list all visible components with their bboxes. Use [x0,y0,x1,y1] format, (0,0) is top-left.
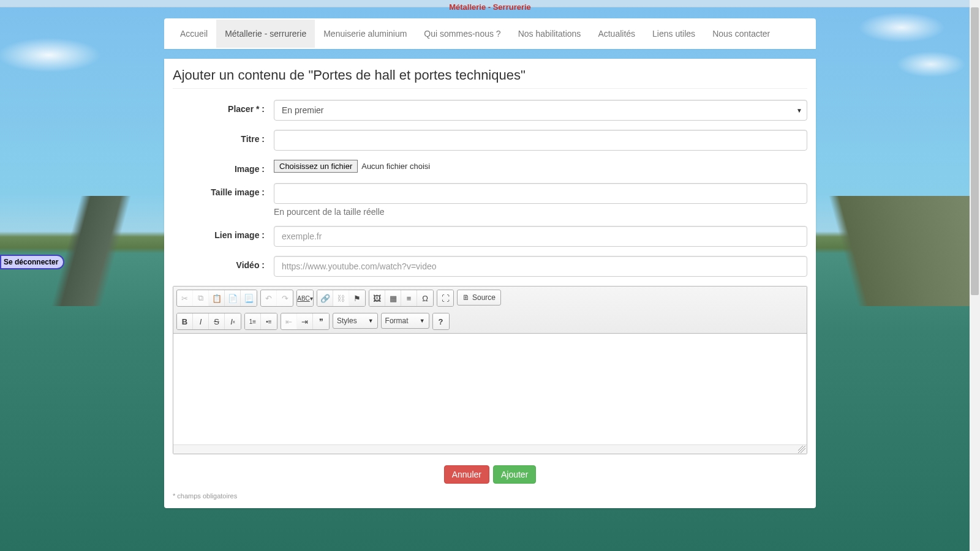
editor-content-area[interactable] [173,334,807,445]
specialchar-icon[interactable]: Ω [417,290,433,306]
copy-icon: ⧉ [193,290,209,306]
image-label: Image : [173,160,274,174]
bullet-list-icon[interactable]: •≡ [261,313,277,329]
nav-metallerie[interactable]: Métallerie - serrurerie [216,20,315,48]
submit-button[interactable]: Ajouter [493,465,536,484]
placer-label: Placer * : [173,100,274,114]
remove-format-icon[interactable]: Ix [225,313,241,329]
editor-statusbar [173,445,807,454]
nav-accueil[interactable]: Accueil [172,20,216,48]
titre-label: Titre : [173,130,274,144]
help-icon[interactable]: ? [433,313,449,329]
source-doc-icon: 🗎 [462,293,470,302]
nav-liens-utiles[interactable]: Liens utiles [644,20,704,48]
nav-actualites[interactable]: Actualités [589,20,644,48]
main-nav: Accueil Métallerie - serrurerie Menuiser… [164,18,816,49]
video-input[interactable] [274,256,807,277]
undo-icon: ↶ [261,290,277,306]
italic-icon[interactable]: I [193,313,209,329]
table-icon[interactable]: ▦ [385,290,401,306]
numbered-list-icon[interactable]: 1≡ [245,313,261,329]
nav-menuiserie[interactable]: Menuiserie aluminium [315,20,415,48]
paste-word-icon[interactable]: 📃 [241,290,257,306]
link-icon[interactable]: 🔗 [317,290,333,306]
scrollbar-thumb[interactable] [971,7,979,295]
outdent-icon: ⇤ [281,313,297,329]
editor-toolbar: ✂ ⧉ 📋 📄 📃 ↶ ↷ ABC▾ 🔗 ⛓ ⚑ [173,287,807,334]
spellcheck-icon[interactable]: ABC▾ [297,290,313,306]
indent-icon[interactable]: ⇥ [297,313,313,329]
choose-file-button[interactable]: Choisissez un fichier [274,160,358,173]
rich-text-editor: ✂ ⧉ 📋 📄 📃 ↶ ↷ ABC▾ 🔗 ⛓ ⚑ [173,286,807,454]
unlink-icon: ⛓ [333,290,349,306]
anchor-icon[interactable]: ⚑ [349,290,365,306]
lien-input[interactable] [274,226,807,247]
redo-icon: ↷ [277,290,293,306]
cut-icon: ✂ [177,290,193,306]
logout-button[interactable]: Se déconnecter [0,255,64,269]
nav-qui-sommes-nous[interactable]: Qui sommes-nous ? [415,20,509,48]
maximize-icon[interactable]: ⛶ [437,290,453,306]
cancel-button[interactable]: Annuler [444,465,489,484]
styles-dropdown[interactable]: Styles▼ [333,313,378,329]
lien-label: Lien image : [173,226,274,240]
scrollbar-track[interactable] [970,0,980,551]
taille-help-text: En pourcent de la taille réelle [274,207,807,217]
bold-icon[interactable]: B [177,313,193,329]
source-button[interactable]: 🗎 Source [457,290,501,305]
nav-contact[interactable]: Nous contacter [704,20,778,48]
resize-grip-icon[interactable] [798,446,805,453]
placer-select[interactable]: En premier [274,100,807,121]
chevron-down-icon: ▼ [368,318,374,324]
video-label: Vidéo : [173,256,274,270]
image-icon[interactable]: 🖼 [369,290,385,306]
required-footnote: * champs obligatoires [173,492,807,500]
content-panel: Ajouter un contenu de "Portes de hall et… [164,59,816,508]
paste-icon[interactable]: 📋 [209,290,225,306]
form-actions: Annuler Ajouter [173,465,807,484]
chevron-down-icon: ▼ [420,318,425,324]
hr-icon[interactable]: ≡ [401,290,417,306]
page-title: Ajouter un contenu de "Portes de hall et… [173,67,807,89]
titre-input[interactable] [274,130,807,151]
file-status-text: Aucun fichier choisi [361,162,430,171]
taille-label: Taille image : [173,183,274,197]
format-dropdown[interactable]: Format▼ [381,313,429,329]
taille-input[interactable] [274,183,807,204]
strike-icon[interactable]: S [209,313,225,329]
nav-habilitations[interactable]: Nos habilitations [510,20,590,48]
blockquote-icon[interactable]: ❞ [313,313,329,329]
paste-text-icon[interactable]: 📄 [225,290,241,306]
